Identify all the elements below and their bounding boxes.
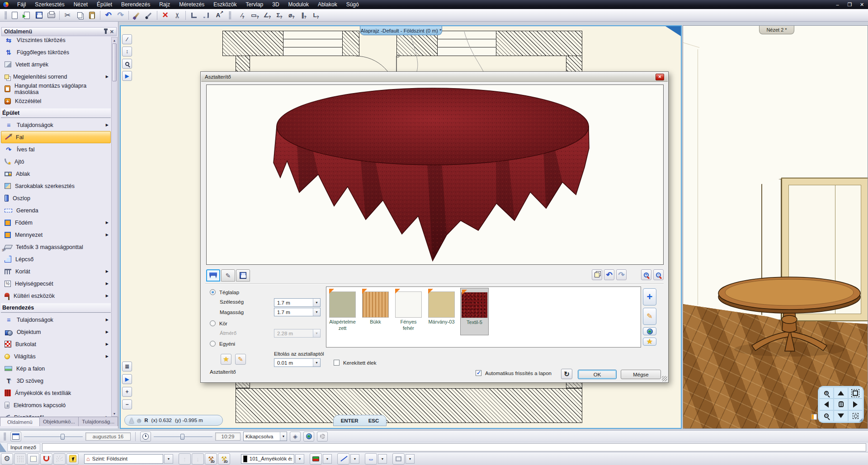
dialog-titlebar[interactable]: Asztalterítő ✕ (201, 72, 668, 82)
view2-tab[interactable]: Nézet 2 * (759, 26, 794, 34)
sidebar-item-burkolat[interactable]: Burkolat ▶ (1, 338, 111, 350)
level-dropdown-button[interactable]: ▼ (164, 454, 173, 464)
clock-button[interactable] (140, 432, 151, 442)
preview-zoom-in-button[interactable]: + (641, 269, 651, 280)
pan-right-button[interactable] (848, 399, 863, 410)
circle-radio[interactable] (210, 320, 216, 326)
rounded-edges-checkbox[interactable] (334, 360, 340, 366)
rectangle-radio[interactable] (210, 289, 216, 295)
menu-tervlap[interactable]: Tervlap (241, 0, 268, 9)
sidebar-item-tet-s-k-3-magass-gponttal[interactable]: Tetősík 3 magasságponttal (1, 241, 111, 253)
sidebar-item-f-d-m[interactable]: Födém ▶ (1, 216, 111, 229)
panel-collapse-corner-icon[interactable] (665, 26, 681, 36)
paste-button[interactable] (86, 10, 98, 21)
layer-dropdown-button[interactable]: ▼ (295, 454, 304, 464)
panel-tab-objektumk[interactable]: Objektumkö... (40, 417, 79, 426)
expand-panel-button[interactable]: ▶ (122, 71, 132, 81)
edit-tab-button[interactable]: ✎ (221, 269, 235, 282)
north-arrow-icon[interactable] (129, 418, 134, 423)
sidebar-item-k-zz-t-tel[interactable]: + Közzététel (1, 95, 111, 107)
eyedropper-button[interactable] (143, 10, 155, 21)
open-document-button[interactable] (21, 10, 33, 21)
menu-n-zet[interactable]: Nézet (69, 0, 92, 9)
build-3d-hammer-button[interactable]: ⚒ (205, 453, 217, 465)
cut-button[interactable]: ✂ (61, 10, 74, 21)
time-field[interactable]: 10:29 (215, 432, 241, 441)
edit-material-button[interactable]: ✎ (643, 308, 656, 325)
minimize-button[interactable]: – (831, 0, 844, 9)
menu-s-g[interactable]: Súgó (342, 0, 363, 9)
sidebar-item-f-gg-leges-t-kr-z-s[interactable]: ⇅ Függőleges tükrözés (1, 46, 111, 58)
save-document-button[interactable] (33, 10, 45, 21)
new-document-button[interactable] (9, 10, 21, 21)
sidebar-item-megjelen-t-si-sorrend[interactable]: Megjelenítési sorrend ▶ (1, 70, 111, 83)
list-tool-icon[interactable]: ≣ (122, 362, 132, 371)
arrow-style-button[interactable]: ⇔ (365, 453, 377, 465)
play-icon[interactable]: ▶ (122, 374, 132, 384)
chevron-down-icon[interactable]: ▼ (313, 359, 320, 366)
sidebar-item-vil-g-t-s[interactable]: Világítás ▶ (1, 350, 111, 362)
pin-icon[interactable] (105, 30, 107, 34)
sidebar-item-3d-sz-veg[interactable]: T 3D szöveg (1, 375, 111, 387)
enter-button[interactable]: ENTER (341, 418, 359, 423)
legend-icon[interactable] (811, 414, 817, 420)
level-up-button[interactable]: ↑ (179, 453, 191, 465)
menu-rajz[interactable]: Rajz (155, 0, 175, 9)
preview-3d-cube-button[interactable] (592, 269, 602, 280)
zoom-out-button[interactable]: − (122, 399, 132, 409)
globe-button[interactable] (303, 432, 314, 442)
query-level-button[interactable]: L (309, 10, 321, 21)
sidebar-item-oszlop[interactable]: Oszlop (1, 192, 111, 204)
shadow-mode-combobox[interactable]: Kikapcsolva ▼ (243, 432, 287, 441)
sidebar-item-fal[interactable]: Fal (1, 131, 111, 143)
close-button[interactable]: ✕ (856, 0, 868, 9)
menu-m-retez-s[interactable]: Méretezés (175, 0, 209, 9)
material-textil-5[interactable]: Textil-5 (460, 288, 489, 335)
material-alap-rtelmezett[interactable]: Alapértelmezett (328, 288, 357, 347)
menu-berendez-s[interactable]: Berendezés (117, 0, 155, 9)
build-3d-axe-button[interactable]: ⚒ (218, 453, 230, 465)
chevron-down-icon[interactable]: ▼ (313, 308, 320, 316)
sidebar-item-korl-t[interactable]: Korlát ▶ (1, 265, 111, 277)
web-material-button[interactable] (643, 327, 656, 335)
sidebar-item-ajt[interactable]: Ajtó (1, 155, 111, 168)
height-combobox[interactable]: 1.7 m ▼ (274, 308, 321, 316)
plan-view-tab[interactable]: Alaprajz -Default - Földszint (0 m) * (360, 26, 442, 35)
close-icon[interactable]: ✕ (110, 29, 114, 35)
favorite-material-button[interactable]: ★ (643, 338, 656, 346)
tracker-icon[interactable]: ◎ (137, 418, 142, 423)
cancel-button[interactable]: Mégse (621, 370, 661, 379)
level-down-button[interactable]: ↓ (192, 453, 204, 465)
arrow-style-dropdown-button[interactable]: ▼ (378, 454, 387, 464)
menu-p-let[interactable]: Épület (92, 0, 117, 9)
guide-lines-button[interactable] (53, 453, 66, 465)
zoom-tool-button[interactable] (122, 59, 132, 69)
pan-hand-button[interactable] (834, 399, 848, 410)
menu-3d[interactable]: 3D (268, 0, 283, 9)
material-f-nyes-feh-r[interactable]: Fényes fehér (394, 288, 423, 347)
menu-ablakok[interactable]: Ablakok (313, 0, 342, 9)
sun-button[interactable] (317, 432, 328, 442)
query-radius-button[interactable]: ⌀ (284, 10, 297, 21)
pan-up-button[interactable] (834, 387, 848, 399)
sidebar-item-ablak[interactable]: Ablak (1, 168, 111, 180)
measure-tool-icon[interactable]: ↕ (122, 47, 132, 56)
tablecloth-tab-button[interactable] (206, 269, 220, 282)
print-button[interactable] (45, 10, 57, 21)
material-m-rv-ny-03[interactable]: Márvány-03 (427, 288, 456, 347)
line-style-button[interactable] (337, 453, 349, 465)
sidebar-item-v-zszintes-t-kr-z-s[interactable]: ⇆ Vízszintes tükrözés (1, 37, 111, 46)
zoom-out-button[interactable]: − (819, 410, 834, 422)
layer-book-button[interactable] (310, 453, 322, 465)
zoom-extents-button[interactable] (848, 387, 863, 399)
pan-left-button[interactable] (819, 399, 834, 410)
sidebar-item-elektromos-kapcsol[interactable]: Elektromos kapcsoló (1, 399, 111, 411)
resize-grip-icon[interactable] (859, 418, 863, 422)
zoom-in-button[interactable]: + (122, 387, 132, 397)
pan-down-button[interactable] (834, 410, 848, 422)
favorite-shape-button[interactable]: ★ (221, 354, 231, 365)
sketch-tool-icon[interactable]: ∕ (122, 34, 132, 44)
redo-button[interactable]: ↷ (114, 10, 127, 21)
query-distance-button[interactable]: ∕ (236, 10, 248, 21)
line-style-dropdown-button[interactable]: ▼ (350, 454, 359, 464)
